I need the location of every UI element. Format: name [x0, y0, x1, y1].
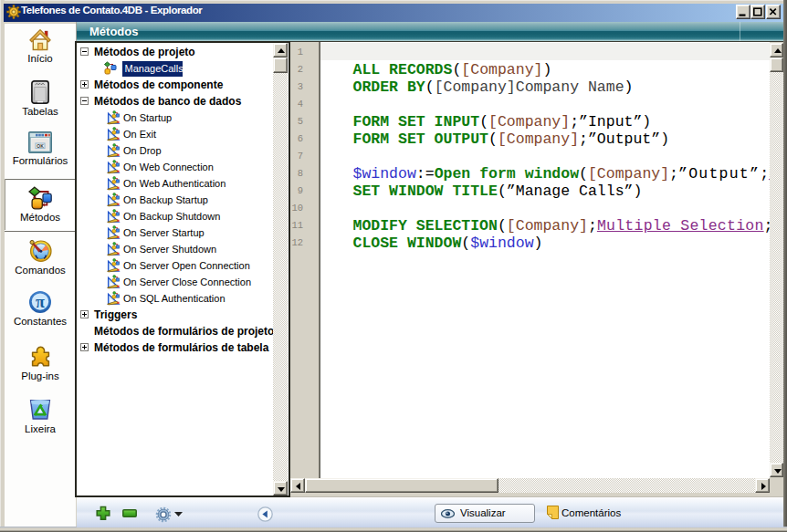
svg-text:OK: OK	[37, 143, 44, 149]
svg-text:π: π	[36, 293, 45, 311]
